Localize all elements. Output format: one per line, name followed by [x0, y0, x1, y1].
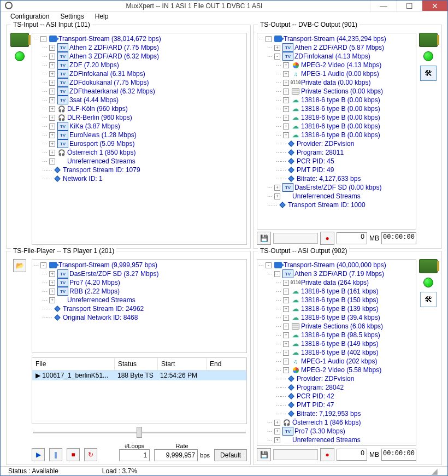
- tree-toggle[interactable]: +: [274, 185, 280, 191]
- output1-mb-field[interactable]: 0: [337, 232, 367, 244]
- tree-row[interactable]: ⋯+TVAthen 2 ZDF/ARD (7.75 Mbps): [33, 43, 246, 52]
- tree-toggle[interactable]: +: [49, 150, 55, 156]
- file-row[interactable]: ▶ 100617_1_berlinK51...188 Byte TS12:54:…: [32, 371, 246, 380]
- tree-row[interactable]: ⋯⋯Transport Stream ID: 1079: [33, 166, 246, 174]
- tree-row[interactable]: ⋯⋯PCR PID: 45: [258, 157, 416, 166]
- output2-record-button[interactable]: ●: [320, 448, 334, 461]
- tree-toggle[interactable]: +: [283, 297, 289, 303]
- file-col-status[interactable]: Status: [115, 358, 158, 370]
- input-tree-wrap[interactable]: ⋯-Transport-Stream (38,014,672 bps)⋯+TVA…: [32, 33, 247, 245]
- tree-toggle[interactable]: +: [283, 350, 289, 356]
- tree-row[interactable]: ⋯+TVZDFtheaterkanal (6.32 Mbps): [33, 87, 246, 96]
- tree-row[interactable]: ⋯⋯Transport Stream ID: 24962: [33, 304, 246, 313]
- loops-input[interactable]: [119, 449, 150, 461]
- tree-row[interactable]: ⋯⋯Provider: ZDFvision: [258, 139, 416, 148]
- tree-row[interactable]: ⋯+13818-6 type B (0.00 kbps): [258, 104, 416, 113]
- tree-row[interactable]: ⋯+TVKiKa (3.87 Mbps): [33, 122, 246, 131]
- tree-row[interactable]: ⋯⋯PMT PID: 47: [258, 401, 416, 409]
- tree-toggle[interactable]: +: [49, 115, 55, 121]
- tree-row[interactable]: ⋯+TVPro7 (3.30 Mbps): [258, 427, 416, 436]
- file-col-start[interactable]: Start: [158, 358, 207, 370]
- tree-toggle[interactable]: +: [283, 106, 289, 112]
- rate-default-button[interactable]: Default: [214, 449, 247, 461]
- tree-toggle[interactable]: +: [283, 124, 289, 130]
- menu-help[interactable]: Help: [91, 11, 113, 21]
- tree-row[interactable]: ⋯⋯Bitrate: 4,127,633 bps: [258, 174, 416, 183]
- tree-toggle[interactable]: +: [49, 71, 55, 77]
- menu-settings[interactable]: Settings: [56, 11, 88, 21]
- tree-toggle[interactable]: +: [49, 80, 55, 86]
- tree-toggle[interactable]: +: [49, 106, 55, 112]
- tree-toggle[interactable]: -: [266, 262, 272, 268]
- tree-toggle[interactable]: -: [266, 36, 272, 42]
- tree-row[interactable]: ⋯+13818-6 type B (149 kbps): [258, 339, 416, 348]
- tree-toggle[interactable]: +: [283, 132, 289, 138]
- tree-row[interactable]: ⋯+TVZDFinfokanal (6.31 Mbps): [33, 69, 246, 78]
- tree-row[interactable]: ⋯+DLR-Berlin (960 kbps): [33, 113, 246, 122]
- tree-row[interactable]: ⋯+Unreferrenced Streams: [33, 296, 246, 304]
- tree-row[interactable]: ⋯+MPEG-1 Audio (202 kbps): [258, 357, 416, 366]
- tree-toggle[interactable]: +: [283, 80, 289, 86]
- tree-row[interactable]: ⋯+13818-6 type B (402 kbps): [258, 348, 416, 357]
- tree-row[interactable]: ⋯⋯Provider: ZDFvision: [258, 374, 416, 383]
- tree-row[interactable]: ⋯+13818-6 type B (150 kbps): [258, 296, 416, 304]
- file-col-file[interactable]: File: [32, 358, 115, 370]
- tree-row[interactable]: ⋯⋯Network ID: 1: [33, 174, 246, 183]
- tree-row[interactable]: ⋯-TVAthen 3 ZDF/ARD (7.19 Mbps): [258, 269, 416, 278]
- tree-row[interactable]: ⋯+13818-6 type B (39.4 kbps): [258, 313, 416, 322]
- minimize-button[interactable]: —: [370, 1, 396, 11]
- tree-row[interactable]: ⋯⋯Transport Stream ID: 1000: [258, 201, 416, 209]
- tree-toggle[interactable]: +: [283, 324, 289, 330]
- tree-row[interactable]: ⋯+TVZDFdokukanal (7.75 Mbps): [33, 78, 246, 87]
- tree-row[interactable]: ⋯+DLF-Köln (960 kbps): [33, 104, 246, 113]
- tree-toggle[interactable]: +: [49, 297, 55, 303]
- tree-toggle[interactable]: +: [49, 280, 55, 286]
- tree-row[interactable]: ⋯+TVPro7 (4.20 Mbps): [33, 278, 246, 287]
- tree-toggle[interactable]: +: [274, 193, 280, 199]
- tree-row[interactable]: ⋯+TVEuroNews (1.28 Mbps): [33, 131, 246, 139]
- tree-row[interactable]: ⋯+13818-6 type B (0.00 kbps): [258, 96, 416, 104]
- tree-toggle[interactable]: +: [274, 428, 280, 434]
- tree-row[interactable]: ⋯+Private data (0.00 kbps): [258, 78, 416, 87]
- resize-grip-icon[interactable]: ◢: [432, 467, 440, 475]
- tree-toggle[interactable]: +: [49, 124, 55, 130]
- tree-row[interactable]: ⋯+Österreich 1 (850 kbps): [33, 148, 246, 157]
- player-open-button[interactable]: 📂: [13, 259, 26, 272]
- output2-config-button[interactable]: 🛠: [420, 292, 437, 307]
- output1-tree-wrap[interactable]: ⋯-Transport-Stream (44,235,294 bps)⋯+TVA…: [257, 33, 416, 230]
- tree-row[interactable]: ⋯+Private Sections (6.06 kbps): [258, 322, 416, 331]
- tree-row[interactable]: ⋯+13818-6 type B (0.00 kbps): [258, 113, 416, 122]
- tree-toggle[interactable]: +: [49, 158, 55, 164]
- tree-row[interactable]: ⋯⋯PCR PID: 42: [258, 392, 416, 401]
- tree-row[interactable]: ⋯+Unreferrenced Streams: [258, 436, 416, 444]
- tree-toggle[interactable]: -: [40, 36, 46, 42]
- tree-toggle[interactable]: -: [40, 262, 46, 268]
- tree-toggle[interactable]: +: [283, 359, 289, 365]
- tree-toggle[interactable]: +: [49, 141, 55, 147]
- player-tree-wrap[interactable]: ⋯-Transport-Stream (9,999,957 bps)⋯+TVDa…: [32, 259, 247, 353]
- tree-row[interactable]: ⋯+13818-6 type B (0.00 kbps): [258, 131, 416, 139]
- tree-row[interactable]: ⋯+TVAthen 3 ZDF/ARD (6.32 Mbps): [33, 52, 246, 61]
- tree-row[interactable]: ⋯+TVDasErste/ZDF SD (0.00 kbps): [258, 183, 416, 192]
- tree-toggle[interactable]: +: [283, 62, 289, 68]
- maximize-button[interactable]: ☐: [396, 1, 422, 11]
- tree-row[interactable]: ⋯⋯Program: 28042: [258, 383, 416, 392]
- tree-row[interactable]: ⋯+13818-6 type B (98.5 kbps): [258, 331, 416, 339]
- tree-toggle[interactable]: +: [49, 132, 55, 138]
- player-pause-button[interactable]: ‖: [49, 448, 62, 461]
- tree-toggle[interactable]: +: [49, 289, 55, 295]
- tree-toggle[interactable]: +: [283, 97, 289, 103]
- tree-row[interactable]: ⋯⋯Program: 28011: [258, 148, 416, 157]
- close-button[interactable]: ✕: [422, 1, 447, 11]
- tree-row[interactable]: ⋯-TVZDFinfokanal (4.13 Mbps): [258, 52, 416, 61]
- tree-toggle[interactable]: +: [283, 115, 289, 121]
- tree-toggle[interactable]: +: [49, 45, 55, 51]
- tree-toggle[interactable]: +: [283, 367, 289, 373]
- tree-row[interactable]: ⋯+TV3sat (4.44 Mbps): [33, 96, 246, 104]
- tree-row[interactable]: ⋯⋯Original Network ID: 8468: [33, 313, 246, 322]
- tree-row[interactable]: ⋯+MPEG-2 Video (4.13 Mbps): [258, 61, 416, 69]
- tree-toggle[interactable]: +: [283, 306, 289, 312]
- tree-row[interactable]: ⋯+13818-6 type B (0.00 kbps): [258, 122, 416, 131]
- tree-toggle[interactable]: +: [283, 89, 289, 95]
- tree-toggle[interactable]: -: [274, 271, 280, 277]
